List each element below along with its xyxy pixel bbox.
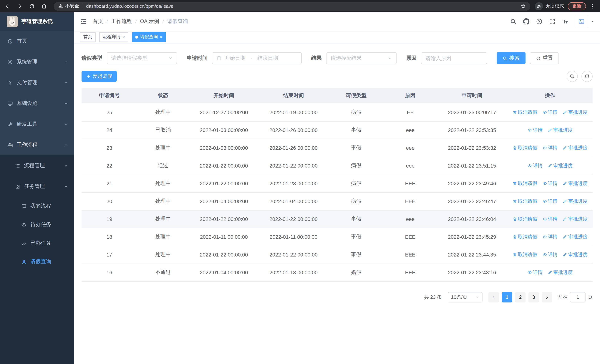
help-icon[interactable] xyxy=(536,18,543,25)
detail-link[interactable]: 详情 xyxy=(542,251,558,258)
tab-close-icon[interactable]: × xyxy=(160,35,162,39)
cancel-leave-link[interactable]: 取消请假 xyxy=(512,216,537,222)
toggle-search-button[interactable] xyxy=(567,71,578,82)
reason-input[interactable] xyxy=(421,52,487,64)
approval-progress-link[interactable]: 审批进度 xyxy=(563,216,588,222)
cancel-leave-link[interactable]: 取消请假 xyxy=(512,198,537,205)
github-icon[interactable] xyxy=(523,18,530,25)
page-button-3[interactable]: 3 xyxy=(528,292,539,302)
bookmark-star-icon[interactable] xyxy=(520,3,526,9)
table-row[interactable]: 16 不通过 2022-01-04 00:00:00 2022-01-13 00… xyxy=(82,263,593,281)
monitor-icon xyxy=(7,101,13,106)
approval-progress-link[interactable]: 审批进度 xyxy=(548,127,572,133)
cancel-leave-link[interactable]: 取消请假 xyxy=(512,251,537,258)
approval-progress-link[interactable]: 审批进度 xyxy=(563,233,588,240)
table-row[interactable]: 19 处理中 2022-01-22 00:00:00 2022-01-22 00… xyxy=(82,210,593,228)
tab-home[interactable]: 首页 xyxy=(80,32,96,42)
sidebar-item-dev-tools[interactable]: 研发工具 xyxy=(0,114,74,135)
next-page-button[interactable] xyxy=(542,292,552,302)
breadcrumb-item[interactable]: 工作流程 xyxy=(111,18,132,25)
table-row[interactable]: 25 处理中 2021-12-27 00:00:00 2022-01-19 00… xyxy=(82,103,593,121)
cell-apply-id: 19 xyxy=(82,210,137,228)
tab-leave-query[interactable]: 请假查询 × xyxy=(132,32,166,42)
url-text[interactable]: dashboard.yudao.iocoder.cn/bpm/oa/leave xyxy=(86,3,173,9)
not-secure-icon[interactable] xyxy=(58,4,63,9)
sidebar-item-system[interactable]: 系统管理 xyxy=(0,52,74,72)
cell-reason: EEE xyxy=(384,175,437,192)
table-row[interactable]: 22 通过 2022-01-22 00:00:00 2022-01-22 00:… xyxy=(82,157,593,175)
reload-icon[interactable] xyxy=(29,3,35,9)
font-size-icon[interactable] xyxy=(562,18,569,25)
table-row[interactable]: 20 处理中 2022-01-04 00:00:00 2022-01-04 00… xyxy=(82,192,593,210)
sidebar-item-workflow[interactable]: 工作流程 xyxy=(0,135,74,155)
result-select[interactable]: 请选择流结果 xyxy=(326,52,396,64)
detail-link[interactable]: 详情 xyxy=(542,145,558,151)
back-icon[interactable] xyxy=(4,3,10,9)
tab-process-detail[interactable]: 流程详情 × xyxy=(99,32,128,42)
cancel-leave-link[interactable]: 取消请假 xyxy=(512,233,537,240)
sidebar-item-infra[interactable]: 基础设施 xyxy=(0,93,74,114)
sidebar-item-task-mgmt[interactable]: 任务管理 xyxy=(0,176,74,197)
date-range-picker[interactable]: 开始日期 - 结束日期 xyxy=(212,52,302,64)
detail-link[interactable]: 详情 xyxy=(527,162,543,169)
detail-link[interactable]: 详情 xyxy=(527,127,543,133)
approval-progress-link[interactable]: 审批进度 xyxy=(563,198,588,205)
approval-progress-link[interactable]: 审批进度 xyxy=(563,145,588,151)
page-size-select[interactable]: 10条/页 xyxy=(448,292,483,302)
approval-progress-link[interactable]: 审批进度 xyxy=(548,269,572,276)
sidebar-item-my-process[interactable]: 我的流程 xyxy=(0,197,74,215)
leave-type-select[interactable]: 请选择请假类型 xyxy=(107,52,177,64)
detail-link[interactable]: 详情 xyxy=(542,233,558,240)
table-row[interactable]: 23 处理中 2022-01-03 00:00:00 2022-01-26 00… xyxy=(82,139,593,157)
browser-menu-icon[interactable] xyxy=(590,3,596,9)
approval-progress-link[interactable]: 审批进度 xyxy=(548,162,572,169)
breadcrumb-item[interactable]: 首页 xyxy=(93,18,103,25)
sidebar-item-process-mgmt[interactable]: 流程管理 xyxy=(0,155,74,176)
cell-end-time: 2022-01-23 00:00:00 xyxy=(259,175,328,192)
search-button[interactable]: 搜索 xyxy=(497,52,525,64)
detail-link[interactable]: 详情 xyxy=(542,216,558,222)
page-button-2[interactable]: 2 xyxy=(515,292,525,302)
home-icon[interactable] xyxy=(41,3,47,9)
table-row[interactable]: 24 已取消 2022-01-03 00:00:00 2022-01-26 00… xyxy=(82,121,593,139)
create-leave-button[interactable]: 发起请假 xyxy=(82,71,117,82)
detail-link[interactable]: 详情 xyxy=(542,109,558,116)
browser-nav xyxy=(4,3,47,9)
pagination: 共 23 条 10条/页 1 2 3 前往 页 xyxy=(82,292,593,302)
address-bar[interactable]: 不安全 dashboard.yudao.iocoder.cn/bpm/oa/le… xyxy=(54,2,530,10)
reset-button[interactable]: 重置 xyxy=(530,52,559,64)
fullscreen-icon[interactable] xyxy=(549,18,555,25)
detail-link[interactable]: 详情 xyxy=(527,269,543,276)
breadcrumb-item[interactable]: OA 示例 xyxy=(140,18,159,25)
sidebar-item-payment[interactable]: 支付管理 xyxy=(0,72,74,93)
cancel-leave-link[interactable]: 取消请假 xyxy=(512,180,537,187)
sidebar-item-leave-query[interactable]: 请假查询 xyxy=(0,252,74,271)
search-icon[interactable] xyxy=(510,18,517,25)
approval-progress-link[interactable]: 审批进度 xyxy=(563,180,588,187)
refresh-table-button[interactable] xyxy=(581,71,593,82)
approval-progress-link[interactable]: 审批进度 xyxy=(563,251,588,258)
cancel-leave-link[interactable]: 取消请假 xyxy=(512,145,537,151)
page-button-1[interactable]: 1 xyxy=(502,292,512,302)
sidebar-toggle-icon[interactable] xyxy=(74,12,93,31)
goto-page-input[interactable] xyxy=(570,292,586,302)
sidebar-item-done-tasks[interactable]: 已办任务 xyxy=(0,234,74,252)
tab-close-icon[interactable]: × xyxy=(122,35,125,39)
detail-link[interactable]: 详情 xyxy=(542,198,558,205)
table-row[interactable]: 21 处理中 2022-01-22 00:00:00 2022-01-23 00… xyxy=(82,175,593,192)
table-row[interactable]: 18 处理中 2022-01-11 00:00:00 2022-01-11 00… xyxy=(82,228,593,246)
security-label[interactable]: 不安全 xyxy=(65,3,79,9)
forward-icon[interactable] xyxy=(17,3,23,9)
approval-progress-link[interactable]: 审批进度 xyxy=(563,109,588,116)
user-menu[interactable] xyxy=(575,15,595,28)
sidebar-item-home[interactable]: 首页 xyxy=(0,31,74,52)
logo[interactable]: 芋道管理系统 xyxy=(0,12,74,31)
sidebar-item-label: 我的流程 xyxy=(30,203,51,209)
cancel-leave-link[interactable]: 取消请假 xyxy=(512,109,537,116)
prev-page-button[interactable] xyxy=(488,292,499,302)
update-button[interactable]: 更新 xyxy=(568,2,586,10)
table-row[interactable]: 17 处理中 2022-01-22 00:00:00 2022-01-22 00… xyxy=(82,246,593,263)
sidebar-item-todo-tasks[interactable]: 待办任务 xyxy=(0,215,74,234)
detail-link[interactable]: 详情 xyxy=(542,180,558,187)
avatar[interactable] xyxy=(575,15,588,28)
